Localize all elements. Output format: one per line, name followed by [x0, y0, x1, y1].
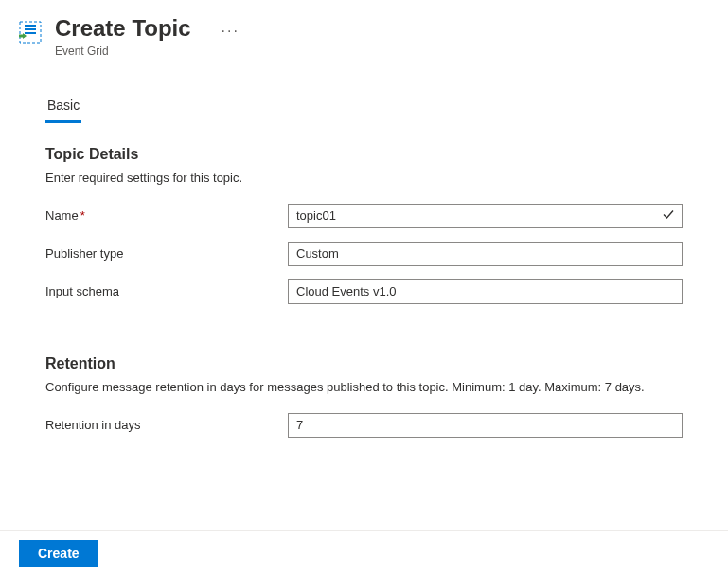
name-row: Name* [45, 204, 683, 228]
content-area: Basic Topic Details Enter required setti… [0, 92, 728, 438]
footer-bar: Create [0, 530, 728, 576]
more-actions-icon[interactable]: ··· [222, 24, 240, 39]
input-schema-row: Input schema [45, 279, 683, 304]
create-button[interactable]: Create [19, 540, 98, 567]
retention-heading: Retention [45, 355, 683, 372]
publisher-type-input[interactable] [288, 242, 683, 266]
name-input[interactable] [288, 204, 683, 228]
svg-rect-1 [25, 25, 36, 27]
topic-details-description: Enter required settings for this topic. [45, 171, 683, 185]
page-subtitle: Event Grid [55, 45, 240, 58]
svg-rect-2 [25, 28, 36, 30]
retention-days-input[interactable] [288, 413, 683, 438]
retention-days-label: Retention in days [45, 418, 288, 432]
tabs: Basic [45, 92, 683, 123]
tab-basic[interactable]: Basic [45, 92, 81, 123]
retention-description: Configure message retention in days for … [45, 380, 683, 394]
publisher-type-label: Publisher type [45, 246, 288, 261]
name-label-text: Name [45, 208, 79, 223]
topic-details-heading: Topic Details [45, 146, 683, 163]
topic-resource-icon [19, 21, 42, 44]
page-header: Create Topic ··· Event Grid [0, 0, 728, 58]
svg-rect-3 [25, 32, 36, 34]
input-schema-input[interactable] [288, 279, 683, 304]
input-schema-label: Input schema [45, 284, 288, 298]
required-indicator: * [80, 208, 85, 223]
retention-days-row: Retention in days [45, 413, 683, 438]
name-label: Name* [45, 208, 288, 223]
page-title: Create Topic [55, 15, 191, 43]
publisher-type-row: Publisher type [45, 242, 683, 266]
